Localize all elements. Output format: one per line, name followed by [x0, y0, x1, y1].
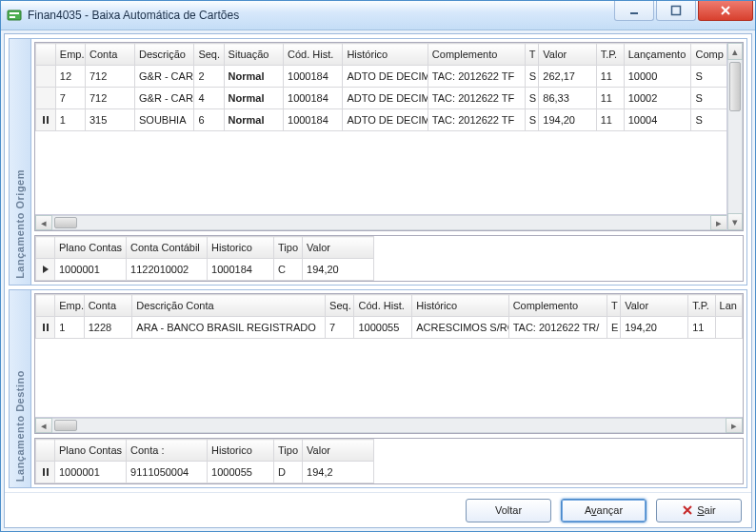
- col-conta-cont[interactable]: Conta Contábil: [127, 237, 208, 259]
- col-emp[interactable]: Emp.: [55, 295, 84, 317]
- svg-rect-2: [10, 16, 15, 18]
- close-button[interactable]: [698, 1, 753, 21]
- svg-rect-10: [43, 468, 45, 476]
- col-descricao[interactable]: Descrição: [135, 44, 194, 66]
- svg-rect-4: [672, 7, 681, 15]
- origem-detail-grid[interactable]: Plano Contas Conta Contábil Historico Ti…: [34, 235, 744, 282]
- col-conta[interactable]: Conta: [86, 44, 135, 66]
- svg-rect-6: [47, 116, 49, 124]
- table-row[interactable]: 7 712 G&R - CAR 4 Normal 1000184 ADTO DE…: [36, 88, 727, 109]
- side-tab-destino-label: Lançamento Destino: [14, 370, 26, 482]
- col-historico-d[interactable]: Historico: [208, 440, 274, 462]
- col-indicator: [36, 44, 56, 66]
- exit-button-label: Sair: [697, 504, 716, 516]
- minimize-button[interactable]: [614, 1, 654, 21]
- col-complemento[interactable]: Complemento: [508, 295, 607, 317]
- groupbox-origem: Lançamento Origem: [9, 38, 747, 286]
- row-indicator-editing: [36, 462, 55, 483]
- svg-rect-8: [43, 324, 45, 331]
- row-indicator-editing: [36, 109, 56, 131]
- scroll-left-icon[interactable]: ◂: [35, 215, 52, 230]
- side-tab-destino: Lançamento Destino: [10, 290, 31, 487]
- next-button[interactable]: Avançar: [561, 499, 647, 522]
- scroll-right-icon[interactable]: ▸: [710, 215, 727, 230]
- svg-rect-0: [8, 10, 21, 20]
- window-title: Finan4035 - Baixa Automática de Cartões: [28, 9, 239, 22]
- scroll-thumb[interactable]: [54, 217, 77, 228]
- svg-marker-7: [43, 266, 49, 273]
- col-seq[interactable]: Seq.: [194, 44, 224, 66]
- col-t[interactable]: T: [607, 295, 621, 317]
- col-plano[interactable]: Plano Contas: [55, 440, 127, 462]
- exit-button[interactable]: Sair: [656, 499, 742, 522]
- next-button-label: Avançar: [585, 504, 623, 516]
- col-situacao[interactable]: Situação: [224, 44, 283, 66]
- scroll-thumb[interactable]: [54, 420, 77, 431]
- col-valor[interactable]: Valor: [539, 44, 596, 66]
- app-icon: [7, 8, 22, 23]
- scroll-up-icon[interactable]: ▴: [727, 43, 743, 60]
- origem-table[interactable]: Emp. Conta Descrição Seq. Situação Cód. …: [35, 43, 727, 131]
- maximize-button[interactable]: [656, 1, 696, 21]
- scroll-down-icon[interactable]: ▾: [727, 213, 743, 230]
- client-area: Lançamento Origem: [4, 33, 752, 528]
- col-descricao[interactable]: Descrição Conta: [132, 295, 326, 317]
- col-t[interactable]: T: [525, 44, 539, 66]
- col-conta-d[interactable]: Conta :: [127, 440, 208, 462]
- destino-grid-hscrollbar[interactable]: ◂ ▸: [35, 417, 743, 433]
- table-row[interactable]: 1000001 9111050004 1000055 D 194,2: [36, 462, 374, 483]
- col-plano[interactable]: Plano Contas: [55, 237, 127, 259]
- groupbox-destino: Lançamento Destino: [9, 289, 747, 488]
- row-indicator-editing: [36, 317, 55, 339]
- destino-detail-grid[interactable]: Plano Contas Conta : Historico Tipo Valo…: [34, 438, 744, 484]
- col-complemento[interactable]: Complemento: [428, 44, 525, 66]
- col-emp[interactable]: Emp.: [55, 44, 85, 66]
- col-conta[interactable]: Conta: [84, 295, 132, 317]
- col-lan[interactable]: Lan: [715, 295, 742, 317]
- col-codhist[interactable]: Cód. Hist.: [284, 44, 343, 66]
- row-indicator-current: [36, 259, 55, 281]
- svg-rect-9: [47, 324, 49, 331]
- col-valor-d[interactable]: Valor: [303, 440, 374, 462]
- origem-grid-vscrollbar[interactable]: ▴ ▾: [726, 43, 743, 230]
- col-valor[interactable]: Valor: [621, 295, 688, 317]
- table-row[interactable]: 1 1228 ARA - BANCO BRASIL REGISTRADO 7 1…: [36, 317, 743, 339]
- scroll-thumb[interactable]: [729, 62, 741, 111]
- svg-rect-3: [630, 12, 638, 14]
- svg-rect-1: [10, 12, 19, 14]
- col-tipo[interactable]: Tipo: [274, 237, 303, 259]
- row-indicator: [36, 66, 56, 88]
- back-button-label: Voltar: [495, 504, 522, 516]
- origem-grid-hscrollbar[interactable]: ◂ ▸: [35, 214, 727, 230]
- col-comp[interactable]: Comp: [691, 44, 727, 66]
- origem-header-row: Emp. Conta Descrição Seq. Situação Cód. …: [36, 44, 727, 66]
- side-tab-origem: Lançamento Origem: [10, 39, 31, 285]
- col-codhist[interactable]: Cód. Hist.: [354, 295, 412, 317]
- col-valor2[interactable]: Valor: [303, 237, 374, 259]
- close-icon: [682, 504, 693, 516]
- col-lancamento[interactable]: Lançamento: [624, 44, 691, 66]
- app-window: Finan4035 - Baixa Automática de Cartões …: [0, 0, 756, 532]
- table-row[interactable]: 1000001 1122010002 1000184 C 194,20: [36, 259, 374, 281]
- origem-grid[interactable]: Emp. Conta Descrição Seq. Situação Cód. …: [34, 42, 744, 231]
- svg-rect-11: [47, 468, 49, 476]
- table-row[interactable]: 12 712 G&R - CAR 2 Normal 1000184 ADTO D…: [36, 66, 727, 88]
- col-tp[interactable]: T.P.: [596, 44, 624, 66]
- svg-rect-5: [43, 116, 45, 124]
- destino-table[interactable]: Emp. Conta Descrição Conta Seq. Cód. His…: [35, 294, 743, 339]
- scroll-left-icon[interactable]: ◂: [35, 418, 52, 433]
- side-tab-origem-label: Lançamento Origem: [14, 169, 26, 279]
- col-tipo-d[interactable]: Tipo: [274, 440, 303, 462]
- col-tp[interactable]: T.P.: [688, 295, 715, 317]
- table-row[interactable]: 1 315 SOUBHIA 6 Normal 1000184 ADTO DE D…: [36, 109, 727, 131]
- col-historico2[interactable]: Historico: [208, 237, 274, 259]
- col-historico[interactable]: Histórico: [412, 295, 508, 317]
- col-seq[interactable]: Seq.: [326, 295, 354, 317]
- titlebar[interactable]: Finan4035 - Baixa Automática de Cartões: [1, 1, 755, 30]
- row-indicator: [36, 88, 56, 109]
- button-bar: Voltar Avançar Sair: [5, 492, 751, 527]
- destino-grid[interactable]: Emp. Conta Descrição Conta Seq. Cód. His…: [34, 293, 744, 434]
- col-historico[interactable]: Histórico: [343, 44, 428, 66]
- scroll-right-icon[interactable]: ▸: [726, 418, 743, 433]
- back-button[interactable]: Voltar: [466, 499, 551, 522]
